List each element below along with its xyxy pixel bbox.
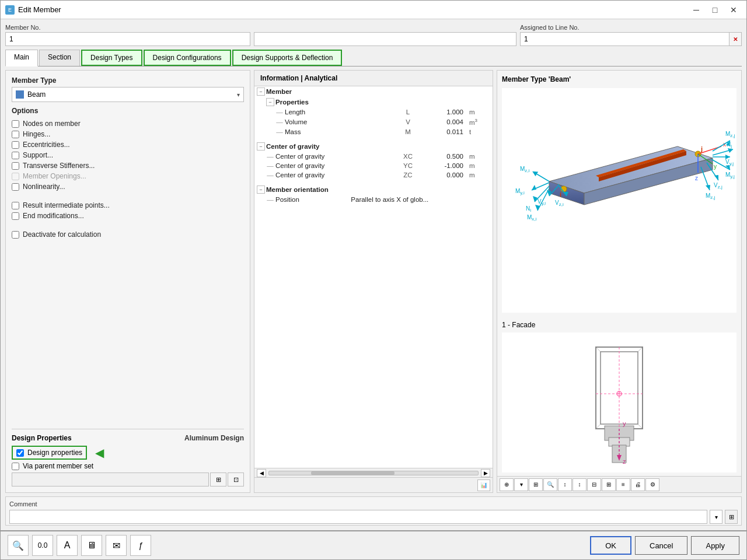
taskbar-display-button[interactable]: 🖥 — [81, 535, 102, 556]
cancel-button[interactable]: Cancel — [635, 536, 687, 555]
nodes-on-member-label: Nodes on member — [23, 120, 81, 128]
svg-text:Vy,j: Vy,j — [725, 159, 734, 166]
cog-zc-value: 0.000 — [423, 172, 469, 178]
rt-frame-button[interactable]: ⊞ — [529, 478, 543, 491]
svg-text:z: z — [623, 458, 626, 465]
svg-text:Ni: Ni — [526, 205, 531, 213]
comment-dropdown-button[interactable]: ▾ — [710, 510, 722, 524]
facade-label: 1 - Facade — [502, 321, 736, 329]
rt-settings-button[interactable]: ⚙ — [645, 478, 659, 491]
nonlinearity-checkbox[interactable] — [12, 183, 19, 191]
svg-text:Vz,i: Vz,i — [555, 200, 564, 207]
middle-panel: Information | Analytical − Member − Prop… — [254, 70, 493, 493]
svg-line-26 — [535, 186, 549, 202]
tab-section[interactable]: Section — [39, 50, 80, 66]
tab-design-supports[interactable]: Design Supports & Deflection — [232, 50, 343, 66]
taskbar-search-button[interactable]: 🔍 — [8, 535, 29, 556]
apply-button[interactable]: Apply — [691, 536, 739, 555]
end-modifications-checkbox[interactable] — [12, 212, 19, 220]
transverse-stiffeners-label: Transverse Stiffeners... — [23, 162, 95, 170]
rt-select-button[interactable]: ⊕ — [500, 478, 514, 491]
mid-chart-button[interactable]: 📊 — [477, 480, 490, 491]
tree-cog-yc-row: — Center of gravity YC -1.000 m — [254, 161, 493, 170]
hinges-checkbox[interactable] — [12, 131, 19, 138]
volume-value: 0.004 — [423, 118, 469, 125]
minimize-button[interactable]: ─ — [688, 3, 704, 17]
taskbar-func-button[interactable]: ƒ — [130, 535, 151, 556]
option-support[interactable]: Support... — [12, 151, 244, 159]
scroll-left-button[interactable]: ◀ — [257, 469, 266, 477]
rt-grid-button[interactable]: ⊞ — [602, 478, 616, 491]
option-end-modifications[interactable]: End modifications... — [12, 212, 244, 220]
option-result-intermediate[interactable]: Result intermediate points... — [12, 201, 244, 209]
comment-input[interactable] — [9, 510, 707, 524]
taskbar-chart-button[interactable]: 0.0 — [32, 535, 53, 556]
rt-dropdown-button[interactable]: ▾ — [514, 478, 528, 491]
member-no-group: Member No. 1 — [5, 24, 250, 46]
option-nonlinearity[interactable]: Nonlinearity... — [12, 183, 244, 191]
rt-cursor-button[interactable]: ↕ — [558, 478, 572, 491]
close-button[interactable]: ✕ — [725, 3, 742, 17]
tab-design-configurations[interactable]: Design Configurations — [144, 50, 231, 66]
info-tree: − Member − Properties — Length L — [254, 86, 493, 468]
properties-toggle[interactable]: − — [266, 98, 274, 106]
transverse-stiffeners-checkbox[interactable] — [12, 162, 19, 170]
window-controls: ─ □ ✕ — [688, 3, 742, 17]
member-toggle[interactable]: − — [257, 88, 265, 96]
option-nodes-on-member[interactable]: Nodes on member — [12, 120, 244, 128]
scroll-right-button[interactable]: ▶ — [481, 469, 490, 477]
assigned-line-clear-button[interactable]: ✕ — [729, 32, 742, 46]
svg-text:My,i: My,i — [515, 188, 525, 195]
via-parent-label: Via parent member set — [23, 462, 93, 470]
comment-copy-button[interactable]: ⊞ — [725, 510, 738, 524]
design-properties-checkbox[interactable] — [16, 449, 24, 457]
result-intermediate-checkbox[interactable] — [12, 202, 19, 209]
ok-button[interactable]: OK — [590, 536, 631, 555]
cog-section-label: Center of gravity — [266, 143, 493, 150]
rt-cursor2-button[interactable]: ↕ — [573, 478, 587, 491]
option-deactivate[interactable]: Deactivate for calculation — [12, 230, 244, 239]
rt-print-button[interactable]: 🖨 — [631, 478, 645, 491]
member-type-title: Member Type — [12, 76, 244, 85]
member-no-input[interactable]: 1 — [5, 32, 250, 46]
mass-unit: t — [469, 128, 493, 135]
option-hinges[interactable]: Hinges... — [12, 130, 244, 138]
via-parent-checkbox[interactable] — [12, 463, 19, 470]
length-label: Length — [285, 108, 393, 116]
right-bottom-section: 1 - Facade — [497, 317, 741, 476]
aluminum-design-link[interactable]: Aluminum Design — [184, 434, 244, 442]
nonlinearity-label: Nonlinearity... — [23, 183, 65, 191]
bottom-right-buttons: OK Cancel Apply — [590, 536, 739, 555]
maximize-button[interactable]: □ — [707, 3, 723, 17]
member-type-dropdown[interactable]: Beam ▾ — [12, 87, 244, 102]
deactivate-checkbox[interactable] — [12, 231, 19, 239]
design-properties-checkbox-container[interactable]: Design properties — [12, 446, 87, 460]
support-checkbox[interactable] — [12, 152, 19, 159]
taskbar-mail-button[interactable]: ✉ — [106, 535, 127, 556]
tree-volume-row: — Volume V 0.004 m3 — [254, 117, 493, 127]
tab-main[interactable]: Main — [5, 50, 38, 66]
tab-design-types[interactable]: Design Types — [81, 50, 142, 66]
rt-zoom-button[interactable]: 🔍 — [543, 478, 557, 491]
svg-text:y: y — [714, 163, 717, 170]
volume-label: Volume — [285, 118, 393, 125]
eccentricities-checkbox[interactable] — [12, 141, 19, 149]
member-set-select-button[interactable]: ⊡ — [228, 473, 244, 487]
option-transverse-stiffeners[interactable]: Transverse Stiffeners... — [12, 162, 244, 170]
scroll-track[interactable] — [268, 471, 479, 475]
svg-text:My,j: My,j — [725, 172, 735, 179]
taskbar-text-button[interactable]: A — [57, 535, 78, 556]
orientation-toggle[interactable]: − — [257, 186, 265, 194]
member-openings-checkbox — [12, 173, 19, 180]
cog-toggle[interactable]: − — [257, 142, 265, 150]
rt-info-button[interactable]: ⊟ — [587, 478, 601, 491]
nodes-on-member-checkbox[interactable] — [12, 120, 19, 128]
option-eccentricities[interactable]: Eccentricities... — [12, 141, 244, 149]
member-set-assign-button[interactable]: ⊞ — [210, 473, 226, 487]
member-set-input[interactable] — [12, 473, 209, 487]
tree-properties-row: − Properties — [254, 97, 493, 107]
assigned-line-input[interactable]: 1 — [520, 32, 729, 46]
deactivate-label: Deactivate for calculation — [23, 230, 101, 239]
middle-field-input[interactable] — [254, 32, 516, 46]
rt-table-button[interactable]: ≡ — [616, 478, 630, 491]
